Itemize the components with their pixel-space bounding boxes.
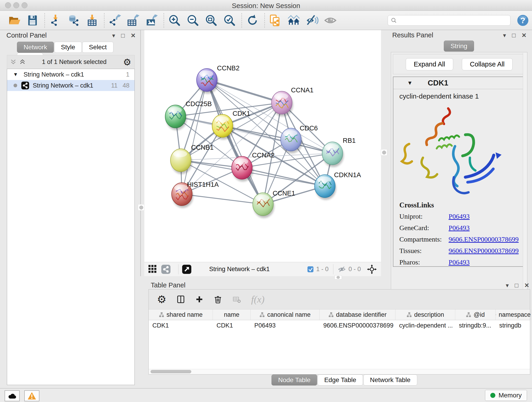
crosslink-label: Compartments: [399,235,449,243]
expand-all-button[interactable]: Expand All [406,58,453,70]
crosslink-label: GeneCard: [399,224,449,232]
open-file-button[interactable] [7,13,22,28]
gene-description: cyclin-dependent kinase 1 [399,92,525,100]
tab-network[interactable]: Network [17,42,54,53]
network-node-CCNB2[interactable]: CCNB2 [196,64,239,94]
save-session-button[interactable] [25,13,40,28]
tab-style[interactable]: Style [54,42,82,53]
horizontal-splitter-handle[interactable] [335,275,342,279]
results-panel-float-icon[interactable]: □ [512,32,515,38]
left-splitter-handle[interactable] [138,204,144,211]
import-table-file-button[interactable] [85,13,99,28]
window-title: Session: New Session [0,2,532,10]
network-node-CDKN1A[interactable]: CDKN1A [315,171,361,200]
duplicate-network-button[interactable] [268,13,283,28]
search-input[interactable] [388,15,510,26]
column-header-description[interactable]: description [395,309,455,320]
crosslink-label: Pharos: [399,258,449,266]
crosslink-value-link[interactable]: 9606.ENSP00000378699 [449,235,519,243]
node-label-CCNE1: CCNE1 [273,190,295,197]
gene-disclosure-icon[interactable]: ▼ [407,80,413,86]
tab-node-table[interactable]: Node Table [272,375,317,385]
crosslink-value-link[interactable]: P06493 [449,258,470,266]
fit-content-button[interactable] [367,264,377,274]
grid-view-button[interactable] [148,265,157,274]
show-graphics-details-button[interactable] [305,13,319,28]
collapse-all-icon[interactable] [10,59,16,65]
selected-checkbox-icon[interactable] [307,266,313,272]
crosslink-value-link[interactable]: 9606.ENSP00000378699 [449,247,519,255]
crosslink-value-link[interactable]: P06493 [449,212,470,220]
results-scrollbar[interactable] [523,53,527,296]
crosslink-value-link[interactable]: P06493 [449,224,470,232]
tab-select[interactable]: Select [82,42,114,53]
warnings-button[interactable] [24,390,39,401]
collapse-all-button[interactable]: Collapse All [462,58,513,70]
zoom-in-button[interactable] [167,13,182,28]
control-panel-float-icon[interactable]: □ [121,32,125,38]
network-node-CDC6[interactable]: CDC6 [281,124,318,153]
expand-all-icon[interactable] [19,59,25,65]
control-panel-menu-icon[interactable]: ▾ [112,32,115,38]
hide-graphics-button[interactable] [323,13,338,28]
export-table-button[interactable] [126,13,141,28]
add-column-icon[interactable] [195,295,203,303]
birdseye-view-button[interactable] [182,265,191,274]
column-header-namespace[interactable]: namespace [496,309,531,320]
network-share-view-button[interactable] [161,265,171,274]
network-collection-row[interactable]: ▼ String Network – cdk1 1 [7,69,134,80]
refresh-layout-button[interactable] [245,13,260,28]
network-edge-HIST1H1A-CCNE1[interactable] [182,194,263,204]
memory-button[interactable]: Memory [485,390,527,401]
tab-string[interactable]: String [444,41,474,51]
show-columns-icon[interactable] [177,295,185,304]
network-node-RB1[interactable]: RB1 [322,137,355,167]
export-network-button[interactable] [108,13,122,28]
network-node-CCNA1[interactable]: CCNA1 [272,86,313,116]
network-node-CCNE1[interactable]: CCNE1 [253,190,295,218]
zoom-out-button[interactable] [186,13,200,28]
table-panel-menu-icon[interactable]: ▾ [506,282,509,288]
left-splitter[interactable] [140,30,141,276]
column-header-@id[interactable]: @id [455,309,496,320]
import-network-database-button[interactable] [66,13,81,28]
tab-edge-table[interactable]: Edge Table [317,375,363,385]
column-header-name[interactable]: name [213,309,251,320]
right-splitter-handle[interactable] [381,149,387,156]
table-panel-close-icon[interactable]: ✕ [524,282,529,288]
houses-button[interactable] [286,13,301,28]
import-network-file-button[interactable] [48,13,63,28]
zoom-selected-button[interactable] [222,13,237,28]
column-header-canonical-name[interactable]: canonical name [251,309,320,320]
table-options-gear-icon[interactable]: ⚙ [157,294,166,305]
scrollbar-thumb[interactable] [151,370,191,373]
tab-network-table[interactable]: Network Table [363,375,417,385]
import-table-icon [86,14,99,27]
hidden-eye-icon[interactable] [338,266,346,273]
app-window: Session: New Session [0,0,532,402]
export-image-button[interactable] [144,13,159,28]
cloud-status-button[interactable] [5,390,20,401]
collection-disclosure-icon[interactable]: ▼ [13,71,18,77]
network-edge-CCNA2-CDKN1A[interactable] [242,168,325,186]
zoom-fit-button[interactable] [204,13,219,28]
string-results-container: Expand All Collapse All ▼ CDK1 cyclin-de… [391,52,527,297]
results-panel-menu-icon[interactable]: ▾ [503,32,506,38]
column-header-database-identifier[interactable]: database identifier [320,309,395,320]
network-row-selected[interactable]: String Network – cdk1 11 48 [7,80,134,91]
gene-section-header[interactable]: ▼ CDK1 [393,77,525,89]
results-panel-close-icon[interactable]: ✕ [521,32,526,38]
column-header-shared-name[interactable]: shared name [149,309,213,320]
network-node-HIST1H1A[interactable]: HIST1H1A [172,181,219,208]
network-canvas[interactable]: CCNB2CCNA1CDC25BCDK1CDC6RB1CCNB1CCNA2CDK… [144,30,381,262]
help-button[interactable]: ? [515,13,530,28]
table-horizontal-scrollbar[interactable] [149,369,530,374]
table-panel-float-icon[interactable]: □ [515,282,518,288]
delete-column-trash-icon[interactable] [214,295,222,304]
crosshair-icon [367,264,377,274]
table-row[interactable]: CDK1CDK1P064939606.ENSP00000378699cyclin… [149,320,530,331]
network-options-gear-icon[interactable]: ⚙ [123,57,131,67]
network-edge-CCNB2-HIST1H1A[interactable] [182,80,207,194]
network-edge-CCNB2-CCNA1[interactable] [207,80,282,103]
control-panel-close-icon[interactable]: ✕ [131,32,136,38]
